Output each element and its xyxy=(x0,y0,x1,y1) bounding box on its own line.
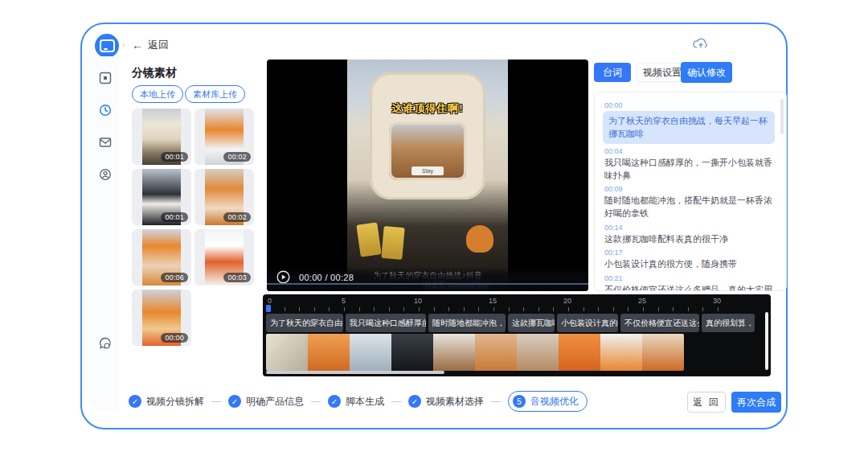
subtitle-time: 00:04 xyxy=(604,147,775,155)
material-thumbnail[interactable]: 00:02 xyxy=(194,169,254,225)
material-thumbnail[interactable]: 00:00 xyxy=(132,290,191,346)
back-arrow-icon: ← xyxy=(132,39,143,51)
material-thumbnail[interactable]: 00:02 xyxy=(194,109,254,165)
collapse-chevron-icon[interactable]: › xyxy=(122,39,125,49)
timeline-clip[interactable]: 随时随地都能冲泡，搭配… xyxy=(428,314,506,332)
material-thumbnail[interactable]: 00:06 xyxy=(132,229,191,286)
duration-badge: 00:01 xyxy=(161,212,188,222)
resynthesize-button[interactable]: 再次合成 xyxy=(731,392,781,413)
subtitle-text: 小包装设计真的很方便，随身携带 xyxy=(604,258,775,271)
upload-library-button[interactable]: 素材库上传 xyxy=(185,85,245,103)
subtitle-text: 随时随地都能冲泡，搭配牛奶就是一杯香浓好喝的拿铁 xyxy=(604,195,775,220)
step-item[interactable]: ✓ 明确产品信息 xyxy=(228,395,304,409)
bag-tag-label: Stay xyxy=(411,166,444,175)
history-clock-icon[interactable] xyxy=(98,103,113,117)
back-label: 返回 xyxy=(148,38,169,52)
filmstrip-frame xyxy=(559,334,600,371)
filmstrip-frame xyxy=(642,334,684,371)
subtitle-entry[interactable]: 00:17 小包装设计真的很方便，随身携带 xyxy=(604,249,775,271)
step-number-badge: 5 xyxy=(513,395,526,408)
step-separator: — xyxy=(391,396,401,407)
confirm-edit-button[interactable]: 确认修改 xyxy=(681,62,732,83)
screen: › ← 返回 分镜素材 本地上传 素材库上传 xyxy=(0,0,868,452)
ruler-tick-label: 5 xyxy=(342,297,346,305)
subtitle-time: 00:09 xyxy=(604,185,775,193)
subtitle-text-highlighted: 为了秋天的穿衣自由挑战，每天早起一杯挪瓦咖啡 xyxy=(603,111,775,144)
subtitle-list[interactable]: 00:00 为了秋天的穿衣自由挑战，每天早起一杯挪瓦咖啡 00:04 我只喝这种… xyxy=(594,92,787,291)
subtitle-time: 00:14 xyxy=(604,224,775,232)
upload-local-button[interactable]: 本地上传 xyxy=(132,85,183,103)
subtitle-text: 不仅价格便宜还送这么多赠品，真的太实用了 xyxy=(604,284,775,291)
duration-badge: 00:02 xyxy=(223,212,251,222)
timeline-clip[interactable]: 小包装设计真的很… xyxy=(557,314,618,332)
step-check-icon: ✓ xyxy=(408,395,421,408)
subtitle-entry[interactable]: 00:14 这款挪瓦咖啡配料表真的很干净 xyxy=(604,224,775,246)
subtitle-time: 00:00 xyxy=(604,101,775,109)
filmstrip-track[interactable] xyxy=(266,334,684,371)
duration-badge: 00:01 xyxy=(161,152,188,162)
timeline-vertical-scrollbar[interactable] xyxy=(765,312,768,370)
subtitle-text: 我只喝这种口感醇厚的，一撕开小包装就香味扑鼻 xyxy=(604,157,775,182)
step-separator: — xyxy=(211,396,221,407)
app-window: › ← 返回 分镜素材 本地上传 素材库上传 xyxy=(80,23,788,429)
player-progress-bar[interactable] xyxy=(267,283,588,285)
cloud-upload-icon[interactable] xyxy=(693,37,709,50)
video-player[interactable]: Stay 这谁顶得住啊! 为了秋天的穿衣自由挑战♪抖音 抖音号: 2520290… xyxy=(267,60,588,291)
step-check-icon: ✓ xyxy=(328,395,341,408)
subtitle-scrollbar[interactable] xyxy=(780,99,784,134)
video-package-graphic xyxy=(356,222,381,257)
subtitle-text: 这款挪瓦咖啡配料表真的很干净 xyxy=(604,233,775,246)
video-caption: 这谁顶得住啊! xyxy=(347,101,508,116)
material-thumbnail[interactable]: 00:01 xyxy=(132,169,191,225)
video-frame: Stay 这谁顶得住啊! 为了秋天的穿衣自由挑战♪抖音 抖音号: 2520290… xyxy=(347,60,508,291)
subtitle-clip-track: 为了秋天的穿衣自由挑… 我只喝这种口感醇厚的，… 随时随地都能冲泡，搭配… 这款… xyxy=(266,314,755,332)
material-thumbnail[interactable]: 00:01 xyxy=(132,109,191,165)
timeline-clip[interactable]: 我只喝这种口感醇厚的，… xyxy=(346,314,426,332)
video-package-graphic xyxy=(381,226,404,260)
subtitle-entry[interactable]: 00:21 不仅价格便宜还送这么多赠品，真的太实用了 xyxy=(604,274,775,291)
subtitle-entry[interactable]: 00:09 随时随地都能冲泡，搭配牛奶就是一杯香浓好喝的拿铁 xyxy=(604,185,775,220)
support-chat-icon[interactable] xyxy=(98,336,113,351)
timeline-playhead[interactable] xyxy=(266,305,271,312)
step-item[interactable]: ✓ 视频分镜拆解 xyxy=(129,395,204,409)
materials-title: 分镜素材 xyxy=(132,66,177,80)
subtitle-entry[interactable]: 00:04 我只喝这种口感醇厚的，一撕开小包装就香味扑鼻 xyxy=(604,147,775,182)
material-thumbnail[interactable]: 00:03 xyxy=(194,229,254,286)
footer-back-button[interactable]: 返 回 xyxy=(687,392,726,413)
step-check-icon: ✓ xyxy=(228,395,241,408)
storyboard-icon[interactable] xyxy=(98,71,113,85)
ruler-tick-label: 15 xyxy=(489,297,497,305)
back-link[interactable]: ← 返回 xyxy=(132,38,169,52)
duration-badge: 00:02 xyxy=(223,152,251,162)
timeline-clip[interactable]: 为了秋天的穿衣自由挑… xyxy=(266,314,343,332)
step-item[interactable]: ✓ 视频素材选择 xyxy=(408,395,484,409)
video-brand-graphic xyxy=(466,225,493,253)
ruler-tick-label: 20 xyxy=(563,297,571,305)
workflow-steps: ✓ 视频分镜拆解 — ✓ 明确产品信息 — ✓ 脚本生成 — ✓ 视频素材选择 … xyxy=(129,390,588,413)
duration-badge: 00:00 xyxy=(161,333,188,343)
account-icon[interactable] xyxy=(98,167,113,182)
ruler-ticks xyxy=(269,307,731,311)
timeline-clip[interactable]: 真的很划算，… xyxy=(702,314,755,332)
filmstrip-frame xyxy=(350,334,391,371)
app-logo-icon xyxy=(95,34,119,58)
filmstrip-frame xyxy=(433,334,475,371)
filmstrip-frame xyxy=(600,334,642,371)
ruler-tick-label: 30 xyxy=(713,297,721,305)
subtitle-time: 00:17 xyxy=(604,249,775,257)
filmstrip-frame xyxy=(266,334,308,371)
filmstrip-frame xyxy=(391,334,433,371)
step-item[interactable]: ✓ 脚本生成 xyxy=(328,395,384,409)
mail-icon[interactable] xyxy=(98,135,113,150)
subtitle-entry[interactable]: 00:00 为了秋天的穿衣自由挑战，每天早起一杯挪瓦咖啡 xyxy=(604,101,775,144)
duration-badge: 00:03 xyxy=(223,273,251,282)
step-item-current[interactable]: 5 音视频优化 xyxy=(508,391,588,412)
tab-lines[interactable]: 台词 xyxy=(594,63,631,82)
player-time: 00:00 / 00:28 xyxy=(299,273,354,282)
play-button[interactable] xyxy=(276,270,290,284)
timeline-horizontal-scrollbar[interactable] xyxy=(266,371,444,374)
timeline-clip[interactable]: 这款挪瓦咖啡… xyxy=(508,314,555,332)
step-separator: — xyxy=(311,396,321,407)
timeline[interactable]: 0 5 10 15 20 25 30 为了秋天的穿衣自由挑… 我只喝这种口感醇厚… xyxy=(263,294,771,376)
timeline-clip[interactable]: 不仅价格便宜还送这么… xyxy=(620,314,699,332)
